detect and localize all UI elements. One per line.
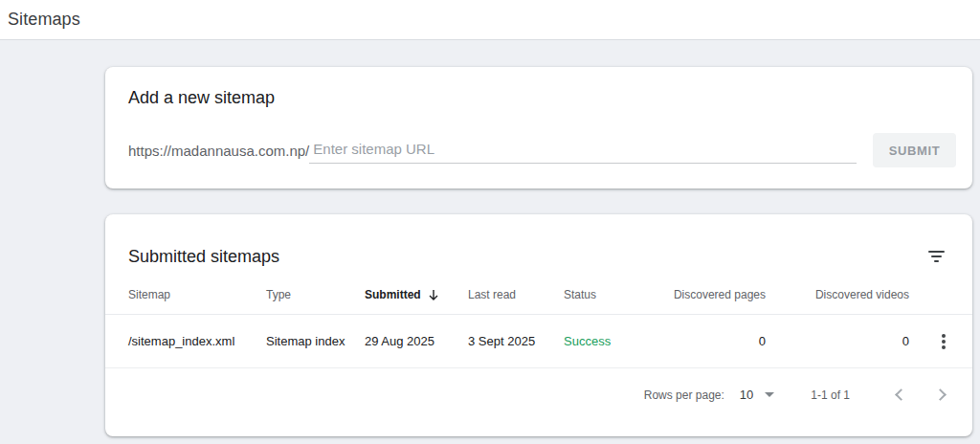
filter-icon[interactable] — [923, 246, 949, 267]
pagination-range: 1-1 of 1 — [811, 388, 850, 402]
rows-per-page-label: Rows per page: — [644, 388, 724, 402]
column-header-submitted[interactable]: Submitted — [365, 288, 468, 301]
more-options-icon[interactable] — [938, 330, 949, 353]
next-page-icon[interactable] — [930, 384, 953, 407]
cell-discovered-pages: 0 — [663, 334, 766, 348]
main-content: Add a new sitemap https://madannausa.com… — [0, 40, 980, 436]
cell-discovered-videos: 0 — [766, 334, 909, 348]
column-header-last-read[interactable]: Last read — [468, 288, 564, 301]
page-title: Sitemaps — [8, 10, 80, 30]
column-header-discovered-pages[interactable]: Discovered pages — [663, 288, 766, 301]
submitted-sitemaps-title: Submitted sitemaps — [128, 247, 279, 267]
rows-per-page-select[interactable]: 10 — [740, 388, 774, 402]
table-row[interactable]: /sitemap_index.xml Sitemap index 29 Aug … — [105, 314, 972, 367]
add-sitemap-row: https://madannausa.com.np/ SUBMIT — [128, 133, 956, 167]
site-url-prefix: https://madannausa.com.np/ — [128, 143, 309, 159]
sitemap-url-input[interactable] — [309, 137, 857, 164]
table-header-row: Sitemap Type Submitted Last read Status … — [105, 276, 972, 314]
add-sitemap-title: Add a new sitemap — [128, 88, 956, 108]
cell-sitemap: /sitemap_index.xml — [128, 334, 266, 348]
table-pagination: Rows per page: 10 1-1 of 1 — [105, 367, 972, 421]
submitted-sitemaps-card: Submitted sitemaps Sitemap Type Submitte… — [105, 214, 972, 436]
top-bar: Sitemaps — [0, 0, 980, 40]
column-header-discovered-videos[interactable]: Discovered videos — [766, 288, 909, 301]
submitted-sitemaps-header: Submitted sitemaps — [105, 214, 972, 276]
cell-type: Sitemap index — [266, 334, 365, 348]
cell-submitted: 29 Aug 2025 — [365, 334, 468, 348]
status-badge: Success — [564, 334, 663, 348]
sort-descending-icon — [428, 289, 439, 300]
add-sitemap-card: Add a new sitemap https://madannausa.com… — [105, 67, 972, 189]
column-header-sitemap[interactable]: Sitemap — [128, 288, 266, 301]
previous-page-icon[interactable] — [888, 384, 911, 407]
column-header-status[interactable]: Status — [564, 288, 663, 301]
dropdown-arrow-icon — [765, 392, 774, 397]
submit-button[interactable]: SUBMIT — [873, 133, 956, 167]
rows-per-page-value: 10 — [740, 388, 753, 402]
column-header-type[interactable]: Type — [266, 288, 365, 301]
cell-last-read: 3 Sept 2025 — [468, 334, 564, 348]
